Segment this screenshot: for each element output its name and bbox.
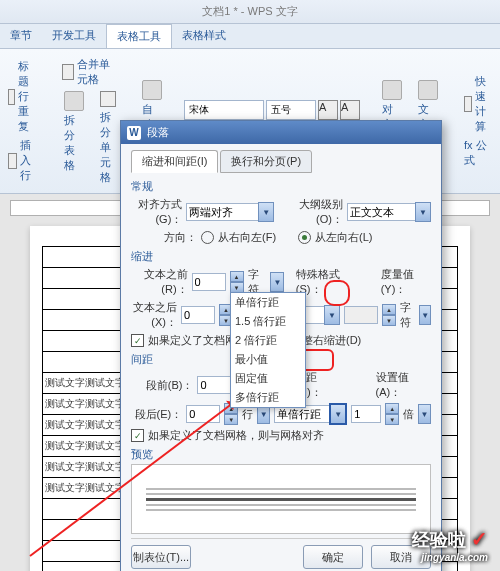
section-indent: 缩进 [131, 249, 431, 264]
dd-1-5[interactable]: 1.5 倍行距 [231, 312, 305, 331]
group-merge: 合并单元格 拆分表格 拆分单元格 [58, 55, 120, 187]
before-text-label: 文本之前(R)： [131, 267, 188, 297]
insert-row-button[interactable]: 插入行 [4, 136, 42, 185]
outline-combo[interactable]: ▼ [347, 202, 431, 222]
spin-up[interactable]: ▲ [230, 271, 244, 282]
section-preview: 预览 [131, 447, 431, 462]
formula-button[interactable]: fx 公式 [460, 136, 498, 170]
tab-chapter[interactable]: 章节 [0, 24, 42, 48]
check-icon: ✓ [471, 528, 488, 550]
chevron-down-icon[interactable]: ▼ [270, 272, 284, 292]
auto-indent-checkbox[interactable]: ✓ [131, 334, 144, 347]
calc-icon [464, 96, 472, 112]
tab-table-tools[interactable]: 表格工具 [106, 24, 172, 48]
split-table-button[interactable]: 拆分表格 [58, 89, 90, 187]
annotation-circle-dropdown [324, 280, 350, 306]
measure-label: 度量值(Y)： [381, 267, 431, 297]
dd-double[interactable]: 2 倍行距 [231, 331, 305, 350]
tab-table-style[interactable]: 表格样式 [172, 24, 236, 48]
group-rows: 标题行重复 插入行 [4, 57, 42, 185]
ribbon-tabs: 章节 开发工具 表格工具 表格样式 [0, 24, 500, 49]
ltr-radio[interactable] [298, 231, 311, 244]
app-title: 文档1 * - WPS 文字 [0, 0, 500, 24]
setval-input[interactable] [351, 405, 381, 423]
chevron-down-icon[interactable]: ▼ [324, 305, 340, 325]
row-icon [8, 153, 17, 169]
after-para-label: 段后(E)： [131, 407, 182, 422]
font-name-combo[interactable] [184, 100, 264, 120]
wps-icon: W [127, 126, 141, 140]
after-text-label: 文本之后(X)： [131, 300, 177, 330]
dd-fixed[interactable]: 固定值 [231, 369, 305, 388]
align-label: 对齐方式(G)： [131, 197, 182, 227]
chevron-down-icon[interactable]: ▼ [419, 305, 431, 325]
dd-min[interactable]: 最小值 [231, 350, 305, 369]
after-text-input[interactable] [181, 306, 215, 324]
tab-dev[interactable]: 开发工具 [42, 24, 106, 48]
split-cell-button[interactable]: 拆分单元格 [96, 89, 120, 187]
tabstops-button[interactable]: 制表位(T)... [131, 545, 191, 569]
grow-font-icon[interactable]: A [318, 100, 338, 120]
split-table-icon [64, 91, 84, 111]
merge-cells-button[interactable]: 合并单元格 [58, 55, 120, 89]
chevron-down-icon[interactable]: ▼ [418, 404, 431, 424]
before-para-label: 段前(B)： [131, 378, 193, 393]
before-para-input[interactable] [197, 376, 231, 394]
merge-icon [62, 64, 74, 80]
shrink-font-icon[interactable]: A [340, 100, 360, 120]
outline-label: 大纲级别(O)： [287, 197, 343, 227]
direction-label: 方向： [131, 230, 197, 245]
ok-button[interactable]: 确定 [303, 545, 363, 569]
auto-adjust-icon [142, 80, 162, 100]
text-dir-icon [418, 80, 438, 100]
table-icon [8, 89, 15, 105]
rtl-radio[interactable] [201, 231, 214, 244]
chevron-down-icon[interactable]: ▼ [329, 403, 347, 425]
align-combo[interactable]: ▼ [186, 202, 274, 222]
dialog-title-bar[interactable]: W 段落 [121, 121, 441, 144]
split-cell-icon [100, 91, 116, 107]
dd-single[interactable]: 单倍行距 [231, 293, 305, 312]
line-spacing-dropdown: 单倍行距 1.5 倍行距 2 倍行距 最小值 固定值 多倍行距 [230, 292, 306, 408]
preview-pane [131, 464, 431, 534]
setval-label: 设置值(A)： [376, 370, 431, 400]
measure-input [344, 306, 378, 324]
snap-grid-checkbox[interactable]: ✓ [131, 429, 144, 442]
before-text-input[interactable] [192, 273, 226, 291]
watermark: 经验啦 ✓ jingyanla.com [412, 527, 488, 563]
chevron-down-icon[interactable]: ▼ [258, 202, 274, 222]
dd-multi[interactable]: 多倍行距 [231, 388, 305, 407]
align-icon [382, 80, 402, 100]
chevron-down-icon[interactable]: ▼ [415, 202, 431, 222]
group-data: 快速计算 fx 公式 [460, 72, 498, 170]
repeat-header-button[interactable]: 标题行重复 [4, 57, 42, 136]
tab-line-page-break[interactable]: 换行和分页(P) [220, 150, 312, 173]
section-general: 常规 [131, 179, 431, 194]
dialog-title: 段落 [147, 125, 169, 140]
tab-indent-spacing[interactable]: 缩进和间距(I) [131, 150, 218, 173]
font-size-combo[interactable] [266, 100, 316, 120]
quick-calc-button[interactable]: 快速计算 [460, 72, 498, 136]
